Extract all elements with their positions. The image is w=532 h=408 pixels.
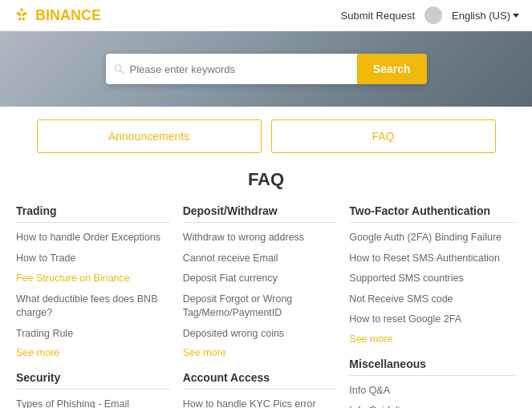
section-deposit-withdraw: Deposit/Withdraw Withdraw to wrong addre… <box>183 204 337 358</box>
link-deposited-wrong[interactable]: Deposited wrong coins <box>183 327 337 341</box>
link-reset-sms[interactable]: How to Reset SMS Authentication <box>349 252 516 266</box>
link-phishing-email[interactable]: Types of Phishing - Email <box>16 398 170 408</box>
tab-faq[interactable]: FAQ <box>271 119 496 153</box>
see-more-deposit[interactable]: See more <box>183 347 337 358</box>
link-cannot-receive-email[interactable]: Cannot receive Email <box>183 252 337 266</box>
link-deposit-forgot-tag[interactable]: Deposit Forgot or Wrong Tag/Memo/Payment… <box>183 293 337 321</box>
search-input[interactable] <box>130 63 349 75</box>
link-withdraw-wrong[interactable]: Withdraw to wrong address <box>183 231 337 245</box>
faq-grid: Trading How to handle Order Exceptions H… <box>0 204 532 408</box>
section-title-security: Security <box>16 371 170 390</box>
link-bnb-fees[interactable]: What deductible fees does BNB charge? <box>16 293 170 321</box>
see-more-2fa[interactable]: See more <box>349 333 516 345</box>
section-trading: Trading How to handle Order Exceptions H… <box>16 204 170 358</box>
faq-column-2: Deposit/Withdraw Withdraw to wrong addre… <box>183 204 350 408</box>
link-handle-order[interactable]: How to handle Order Exceptions <box>16 231 170 245</box>
search-icon <box>114 63 124 75</box>
section-title-account: Account Access <box>183 371 337 390</box>
section-title-deposit: Deposit/Withdraw <box>183 204 337 223</box>
link-sms-countries[interactable]: Supported SMS countries <box>349 272 516 286</box>
search-bar: Search <box>106 54 427 84</box>
svg-marker-4 <box>18 17 22 21</box>
link-google-auth-failure[interactable]: Google Auth (2FA) Binding Failure <box>349 231 516 245</box>
link-deposit-fiat[interactable]: Deposit Fiat currency <box>183 272 337 286</box>
hero-section: Search <box>0 31 532 107</box>
language-label: English (US) <box>452 10 510 22</box>
submit-request-link[interactable]: Submit Request <box>341 10 416 22</box>
faq-column-3: Two-Factor Authentication Google Auth (2… <box>349 204 516 408</box>
section-misc: Miscellaneous Info Q&A Info Guideline De… <box>349 358 516 409</box>
section-title-misc: Miscellaneous <box>349 358 516 376</box>
search-button[interactable]: Search <box>357 54 427 84</box>
svg-point-7 <box>115 65 121 71</box>
link-not-receive-sms[interactable]: Not Receive SMS code <box>349 293 516 307</box>
header-right: Submit Request English (US) <box>341 6 519 24</box>
svg-marker-0 <box>20 8 24 12</box>
faq-title: FAQ <box>0 169 532 190</box>
link-info-guideline[interactable]: Info Guideline <box>349 404 516 408</box>
faq-column-1: Trading How to handle Order Exceptions H… <box>16 204 183 408</box>
link-fee-structure[interactable]: Fee Structure on Binance <box>16 272 170 286</box>
chevron-down-icon <box>513 14 519 18</box>
binance-logo-icon <box>13 6 30 24</box>
tabs-section: Announcements FAQ <box>0 107 532 166</box>
language-selector[interactable]: English (US) <box>452 10 519 22</box>
svg-line-8 <box>120 71 124 74</box>
logo-text: BINANCE <box>35 7 101 24</box>
section-title-2fa: Two-Factor Authentication <box>349 204 516 223</box>
link-reset-google-2fa[interactable]: How to reset Google 2FA <box>349 313 516 327</box>
see-more-trading[interactable]: See more <box>16 347 170 358</box>
section-security: Security Types of Phishing - Email Types… <box>16 371 170 408</box>
svg-marker-3 <box>22 17 26 21</box>
search-input-wrapper <box>106 54 357 84</box>
tab-announcements[interactable]: Announcements <box>37 119 262 153</box>
link-how-to-trade[interactable]: How to Trade <box>16 252 170 266</box>
logo[interactable]: BINANCE <box>13 6 101 24</box>
link-trading-rule[interactable]: Trading Rule <box>16 327 170 341</box>
link-kyc-error[interactable]: How to handle KYC Pics error <box>183 398 337 408</box>
avatar[interactable] <box>424 6 442 24</box>
section-account-access: Account Access How to handle KYC Pics er… <box>183 371 337 408</box>
link-info-qa[interactable]: Info Q&A <box>349 384 516 398</box>
section-2fa: Two-Factor Authentication Google Auth (2… <box>349 204 516 345</box>
header: BINANCE Submit Request English (US) <box>0 0 532 31</box>
section-title-trading: Trading <box>16 204 170 223</box>
